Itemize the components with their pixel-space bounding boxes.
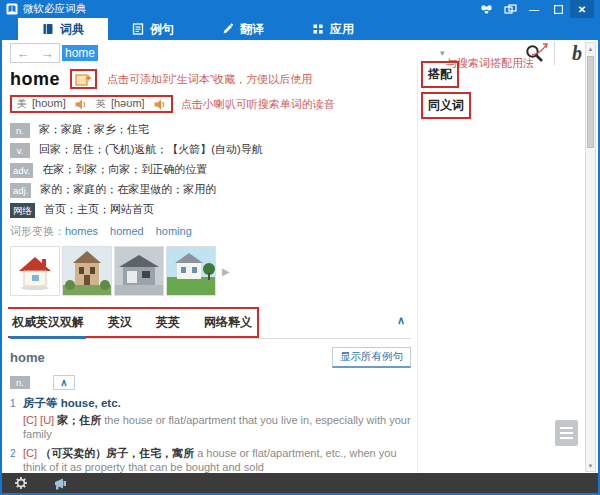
- word-form-link[interactable]: homes: [65, 225, 98, 237]
- sense-chinese: 家；住所: [57, 414, 104, 426]
- tab-label: 翻译: [240, 21, 264, 38]
- image-carousel: ▶: [10, 246, 411, 296]
- quick-menu-icon[interactable]: [555, 420, 578, 446]
- tab-label: 例句: [150, 21, 174, 38]
- collapse-pos-icon[interactable]: ∧: [53, 375, 75, 390]
- tab-translate[interactable]: 翻译: [198, 18, 288, 40]
- add-to-wordbook-icon: [75, 72, 92, 86]
- definition-row: n.家；家庭；家乡；住宅: [10, 123, 411, 138]
- main-tabbar: 词典例句翻译应用: [2, 18, 598, 40]
- result-tab[interactable]: 权威英汉双解: [12, 314, 84, 331]
- pos-badge: adv.: [10, 163, 33, 178]
- definition-text: 在家；到家；向家；到正确的位置: [42, 163, 207, 176]
- pos-badge: adj.: [10, 183, 31, 198]
- back-icon[interactable]: ←: [17, 47, 30, 60]
- butterfly-icon[interactable]: [474, 0, 498, 18]
- scrollbar-thumb[interactable]: [587, 56, 594, 148]
- result-tabs-row: 权威英汉双解英汉英英网络释义 ∧: [10, 309, 411, 339]
- feedback-icon[interactable]: [54, 477, 68, 490]
- search-input[interactable]: home: [62, 43, 436, 63]
- definition-text: 家的；家庭的；在家里做的；家用的: [40, 183, 216, 196]
- sense-body: [C] （可买卖的）房子，住宅，寓所 a house or flat/apart…: [23, 446, 411, 474]
- sense-list: 1房子等 house, etc.[C] [U] 家；住所 the house o…: [10, 396, 411, 474]
- house-thumbnail-4[interactable]: [166, 246, 216, 296]
- definition-row: adv.在家；到家；向家；到正确的位置: [10, 163, 411, 178]
- sense-number: 2: [10, 447, 16, 460]
- mini-window-icon[interactable]: [498, 0, 522, 18]
- sense-item: 2[C] （可买卖的）房子，住宅，寓所 a house or flat/apar…: [10, 446, 411, 474]
- tab-label: 词典: [60, 21, 84, 38]
- examples-icon: [132, 23, 144, 35]
- pos-badge: v.: [10, 143, 30, 158]
- sense-heading: 房子等 house, etc.: [23, 396, 411, 411]
- sense-number: 1: [10, 397, 16, 410]
- phonetic-us: 美 [hoʊm]: [17, 97, 66, 111]
- quick-definitions: n.家；家庭；家乡；住宅v.回家；居住；(飞机)返航；【火箭】(自动)导航adv…: [10, 123, 411, 218]
- grammar-tags: [C]: [23, 447, 40, 459]
- dictionary-icon: [42, 23, 54, 35]
- word-form-link[interactable]: homing: [156, 225, 192, 237]
- sense-item: 1房子等 house, etc.[C] [U] 家；住所 the house o…: [10, 396, 411, 442]
- result-tab[interactable]: 英英: [156, 314, 180, 331]
- synonyms-title: 同义词: [426, 98, 466, 112]
- tab-dictionary[interactable]: 词典: [18, 18, 108, 40]
- tab-apps[interactable]: 应用: [288, 18, 378, 40]
- sidebar-scrollbar[interactable]: ▲ ▼: [585, 42, 596, 472]
- close-button[interactable]: ✕: [570, 0, 594, 18]
- settings-gear-icon[interactable]: [14, 476, 28, 490]
- house-thumbnail-2[interactable]: [62, 246, 112, 296]
- scroll-up-icon[interactable]: ▲: [586, 43, 595, 54]
- sidebar: 搭配 同义词: [426, 66, 576, 114]
- pos-badge: 网络: [10, 203, 35, 218]
- result-tab[interactable]: 网络释义: [204, 314, 252, 331]
- show-all-examples-button[interactable]: 显示所有例句: [332, 347, 411, 368]
- collocations-title: 搭配: [426, 67, 454, 81]
- statusbar: [2, 473, 598, 493]
- search-dropdown-caret-icon[interactable]: ▾: [440, 48, 445, 58]
- auth-section-word: home: [10, 350, 45, 365]
- house-thumbnail-1[interactable]: [10, 246, 60, 296]
- speaker-icon[interactable]: [154, 99, 166, 110]
- tab-examples[interactable]: 例句: [108, 18, 198, 40]
- sense-body: [C] [U] 家；住所 the house or flat/apartment…: [23, 413, 411, 442]
- add-to-wordbook-button[interactable]: [70, 69, 97, 89]
- pronunciation-box: 美 [hoʊm] 英 [həʊm]: [10, 95, 173, 113]
- main-content: home 点击可添加到“生词本”收藏，方便以后使用 美 [hoʊm] 英: [8, 66, 418, 474]
- divider: [554, 41, 555, 65]
- app-icon: [6, 3, 18, 15]
- window-title: 微软必应词典: [23, 2, 86, 16]
- collocations-annotation-box: 搭配: [426, 66, 454, 83]
- translate-icon: [222, 23, 234, 35]
- speaker-tip-annotation: 点击小喇叭可听搜索单词的读音: [181, 97, 335, 112]
- synonyms-annotation-box: 同义词: [426, 97, 466, 114]
- forward-icon[interactable]: →: [41, 47, 54, 60]
- definition-text: 回家；居住；(飞机)返航；【火箭】(自动)导航: [39, 143, 263, 156]
- carousel-next-icon[interactable]: ▶: [222, 266, 230, 277]
- minimize-button[interactable]: —: [522, 0, 546, 18]
- word-forms-row: 词形变换：homeshomedhoming: [10, 224, 411, 239]
- app-window: 微软必应词典 — ✕ 词典例句翻译应用 ← → home ▾: [0, 0, 600, 495]
- word-forms-label: 词形变换：: [10, 225, 65, 237]
- result-tabs-annotation-box: 权威英汉双解英汉英英网络释义: [12, 314, 252, 331]
- titlebar: 微软必应词典 — ✕: [2, 0, 598, 18]
- wordbook-tip-annotation: 点击可添加到“生词本”收藏，方便以后使用: [107, 72, 312, 87]
- result-tab[interactable]: 英汉: [108, 314, 132, 331]
- headword: home: [10, 69, 60, 90]
- sense-chinese: （可买卖的）房子，住宅，寓所: [40, 447, 197, 459]
- definition-row: adj.家的；家庭的；在家里做的；家用的: [10, 183, 411, 198]
- collapse-section-icon[interactable]: ∧: [397, 314, 405, 327]
- pos-badge: n.: [10, 376, 30, 389]
- definition-text: 家；家庭；家乡；住宅: [39, 123, 149, 136]
- definition-text: 首页；主页；网站首页: [44, 203, 154, 216]
- maximize-button[interactable]: [546, 0, 570, 18]
- pos-badge: n.: [10, 123, 30, 138]
- house-thumbnail-3[interactable]: [114, 246, 164, 296]
- history-nav: ← →: [10, 43, 60, 63]
- speaker-icon[interactable]: [75, 99, 87, 110]
- search-value-selected: home: [62, 45, 98, 61]
- word-form-link[interactable]: homed: [110, 225, 144, 237]
- scroll-down-icon[interactable]: ▼: [586, 460, 595, 471]
- annotation-arrow-icon: [530, 42, 550, 57]
- grammar-tags: [C] [U]: [23, 414, 57, 426]
- phonetic-uk: 英 [həʊm]: [96, 97, 145, 111]
